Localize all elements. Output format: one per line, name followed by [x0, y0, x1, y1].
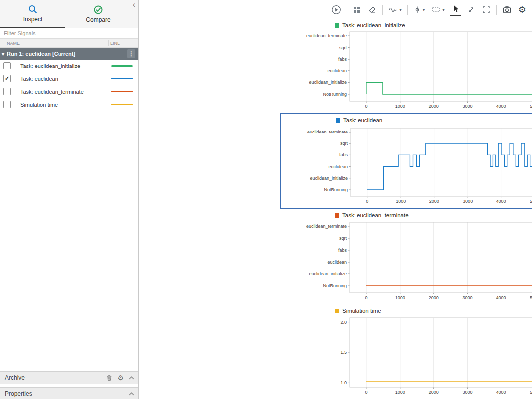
- subplot-simulation-time[interactable]: Simulation time 1.01.52.0010002000300040…: [280, 306, 532, 399]
- signal-label: Task: euclidean_initialize: [20, 63, 80, 69]
- svg-text:fabs: fabs: [338, 248, 347, 253]
- data-cursors-icon[interactable]: ▾: [412, 4, 426, 15]
- plot-area: ▾ ▾ ▾ ⚙: [139, 0, 532, 399]
- trash-icon[interactable]: [106, 374, 113, 382]
- legend-swatch: [335, 213, 339, 218]
- collapse-panel-icon[interactable]: ‹: [133, 1, 135, 9]
- toolbar-separator: [347, 5, 347, 15]
- svg-text:euclidean_terminate: euclidean_terminate: [306, 224, 347, 229]
- svg-text:3000: 3000: [463, 199, 473, 204]
- tab-inspect-label: Inspect: [23, 16, 43, 23]
- svg-text:euclidean: euclidean: [327, 260, 347, 265]
- archive-label: Archive: [0, 374, 25, 381]
- pointer-icon[interactable]: [450, 3, 461, 16]
- chevron-up-icon[interactable]: [129, 392, 134, 396]
- column-name: NAME: [0, 41, 20, 46]
- svg-text:euclidean_terminate: euclidean_terminate: [306, 33, 347, 38]
- signal-checkbox[interactable]: [3, 101, 11, 108]
- subplot-grid-icon[interactable]: [352, 4, 362, 15]
- signal-label: Simulation time: [20, 102, 58, 108]
- plot-canvas[interactable]: NotRunningeuclidean_initializeeuclideanf…: [280, 220, 532, 305]
- fullscreen-icon[interactable]: [481, 4, 492, 15]
- svg-text:2000: 2000: [429, 104, 439, 109]
- archive-bar[interactable]: Archive ⚙: [0, 371, 138, 384]
- eraser-icon[interactable]: [367, 4, 378, 15]
- properties-label: Properties: [0, 390, 32, 397]
- column-line: LINE: [110, 41, 120, 46]
- signal-label: Task: euclidean_terminate: [20, 89, 84, 95]
- svg-text:sqrt: sqrt: [339, 45, 347, 50]
- svg-text:3000: 3000: [463, 295, 473, 300]
- legend-swatch: [335, 23, 339, 28]
- svg-text:2000: 2000: [429, 295, 439, 300]
- signal-wave-icon[interactable]: ▾: [387, 4, 403, 15]
- svg-text:5000: 5000: [530, 390, 532, 395]
- plot-canvas[interactable]: NotRunningeuclidean_initializeeuclideanf…: [281, 126, 532, 208]
- plot-canvas[interactable]: NotRunningeuclidean_initializeeuclideanf…: [280, 30, 532, 113]
- zoom-select-icon[interactable]: ▾: [430, 4, 446, 15]
- toolbar-separator: [496, 5, 497, 15]
- signal-line-swatch: [111, 65, 133, 66]
- legend-swatch: [336, 118, 340, 123]
- svg-text:5000: 5000: [530, 295, 532, 300]
- subplot-task-euclidean[interactable]: Task: euclidean NotRunningeuclidean_init…: [280, 113, 532, 209]
- signal-table-header: NAME LINE: [0, 39, 138, 48]
- svg-text:NotRunning: NotRunning: [324, 187, 348, 192]
- signal-row-euclidean-terminate[interactable]: Task: euclidean_terminate: [0, 85, 138, 98]
- tab-compare[interactable]: Compare: [65, 0, 131, 28]
- signal-checkbox[interactable]: [3, 62, 11, 69]
- svg-text:euclidean_initialize: euclidean_initialize: [309, 271, 347, 276]
- legend-swatch: [335, 309, 339, 313]
- subplot-title: Task: euclidean_initialize: [342, 22, 405, 28]
- play-icon[interactable]: [330, 4, 342, 16]
- tab-inspect[interactable]: Inspect: [0, 0, 65, 28]
- plot-toolbar: ▾ ▾ ▾ ⚙: [139, 0, 532, 20]
- svg-text:sqrt: sqrt: [340, 141, 348, 146]
- subplot-task-euclidean-terminate[interactable]: Task: euclidean_terminate NotRunningeucl…: [280, 210, 532, 305]
- run-group-label: Run 1: euclidean [Current]: [7, 51, 75, 57]
- svg-text:4000: 4000: [496, 104, 506, 109]
- svg-text:4000: 4000: [496, 390, 506, 395]
- svg-text:3000: 3000: [463, 104, 473, 109]
- svg-text:euclidean_initialize: euclidean_initialize: [310, 176, 348, 181]
- svg-text:2000: 2000: [429, 390, 439, 395]
- properties-bar[interactable]: Properties: [0, 387, 138, 399]
- svg-text:4000: 4000: [496, 295, 506, 300]
- svg-text:1.0: 1.0: [340, 380, 347, 385]
- fit-to-view-icon[interactable]: [466, 4, 476, 15]
- plot-canvas[interactable]: 1.01.52.00100020003000400050006000700080…: [280, 316, 532, 399]
- subplot-title: Task: euclidean_terminate: [342, 212, 409, 218]
- signal-line-swatch: [111, 91, 133, 92]
- kebab-menu-icon[interactable]: ⋮: [127, 49, 135, 58]
- signal-checkbox[interactable]: [3, 88, 11, 95]
- subplot-title: Task: euclidean: [343, 117, 382, 123]
- toolbar-separator: [407, 5, 408, 15]
- search-icon: [28, 4, 38, 14]
- chevron-up-icon[interactable]: [129, 376, 134, 380]
- svg-text:euclidean_terminate: euclidean_terminate: [307, 130, 348, 134]
- simulation-data-inspector: Inspect Compare ‹ NAME LINE ▾ Run 1: euc…: [0, 0, 532, 399]
- subplot-legend: Simulation time: [280, 306, 532, 316]
- filter-signals-input[interactable]: [0, 28, 138, 39]
- svg-text:euclidean: euclidean: [328, 164, 348, 169]
- svg-text:NotRunning: NotRunning: [323, 283, 347, 288]
- caret-down-icon: ▾: [442, 7, 445, 12]
- settings-icon[interactable]: ⚙: [517, 4, 527, 15]
- svg-text:3000: 3000: [463, 390, 473, 395]
- left-panel: Inspect Compare ‹ NAME LINE ▾ Run 1: euc…: [0, 0, 139, 399]
- svg-text:fabs: fabs: [339, 152, 348, 157]
- subplot-legend: Task: euclidean: [281, 114, 532, 126]
- svg-text:1000: 1000: [395, 295, 405, 300]
- signal-checkbox[interactable]: ✓: [3, 75, 11, 82]
- panel-tabs: Inspect Compare ‹: [0, 0, 138, 28]
- archive-settings-icon[interactable]: ⚙: [118, 374, 124, 381]
- svg-text:NotRunning: NotRunning: [323, 92, 347, 97]
- signal-row-simulation-time[interactable]: Simulation time: [0, 98, 138, 111]
- signal-row-euclidean-initialize[interactable]: Task: euclidean_initialize: [0, 60, 138, 72]
- run-group-header[interactable]: ▾ Run 1: euclidean [Current] ⋮: [0, 48, 138, 60]
- svg-text:sqrt: sqrt: [339, 236, 347, 241]
- svg-text:5000: 5000: [530, 104, 532, 109]
- signal-row-euclidean[interactable]: ✓ Task: euclidean: [0, 72, 138, 85]
- snapshot-icon[interactable]: [501, 4, 513, 15]
- subplot-task-euclidean-initialize[interactable]: Task: euclidean_initialize NotRunningeuc…: [280, 21, 532, 113]
